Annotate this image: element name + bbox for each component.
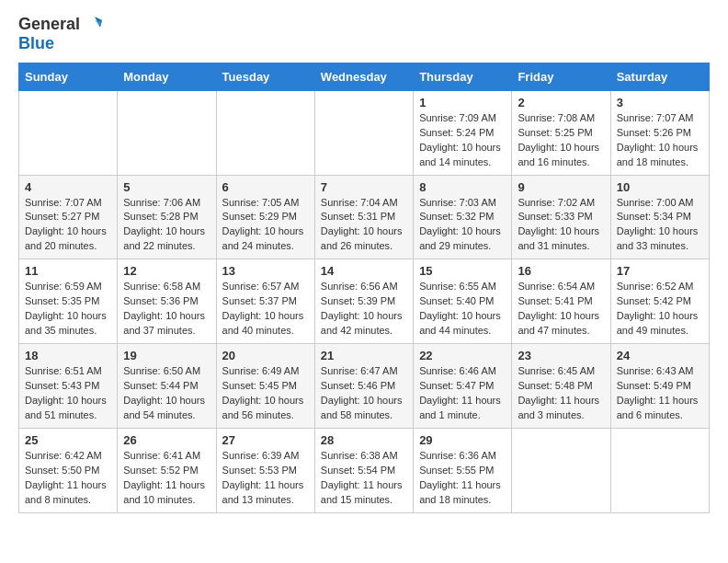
calendar-cell: 9Sunrise: 7:02 AM Sunset: 5:33 PM Daylig… bbox=[512, 175, 610, 259]
day-info: Sunrise: 7:06 AM Sunset: 5:28 PM Dayligh… bbox=[123, 196, 210, 255]
day-info: Sunrise: 6:57 AM Sunset: 5:37 PM Dayligh… bbox=[222, 280, 309, 339]
weekday-header-sunday: Sunday bbox=[19, 63, 118, 90]
day-number: 15 bbox=[419, 264, 506, 278]
calendar-table: SundayMondayTuesdayWednesdayThursdayFrid… bbox=[18, 63, 710, 513]
day-number: 6 bbox=[222, 180, 309, 194]
logo: General Blue bbox=[18, 15, 102, 53]
calendar-cell bbox=[512, 428, 610, 512]
day-info: Sunrise: 7:07 AM Sunset: 5:26 PM Dayligh… bbox=[617, 111, 703, 170]
weekday-header-wednesday: Wednesday bbox=[314, 63, 413, 90]
day-info: Sunrise: 6:52 AM Sunset: 5:42 PM Dayligh… bbox=[617, 280, 703, 339]
day-number: 1 bbox=[419, 96, 506, 109]
calendar-cell: 2Sunrise: 7:08 AM Sunset: 5:25 PM Daylig… bbox=[512, 90, 610, 175]
calendar-cell: 26Sunrise: 6:41 AM Sunset: 5:52 PM Dayli… bbox=[118, 428, 216, 512]
calendar-cell: 22Sunrise: 6:46 AM Sunset: 5:47 PM Dayli… bbox=[414, 344, 512, 429]
day-info: Sunrise: 6:42 AM Sunset: 5:50 PM Dayligh… bbox=[25, 449, 111, 508]
weekday-header-tuesday: Tuesday bbox=[216, 63, 314, 90]
calendar-cell: 14Sunrise: 6:56 AM Sunset: 5:39 PM Dayli… bbox=[314, 259, 413, 344]
day-info: Sunrise: 6:47 AM Sunset: 5:46 PM Dayligh… bbox=[321, 364, 407, 423]
calendar-cell bbox=[118, 90, 216, 175]
calendar-cell: 13Sunrise: 6:57 AM Sunset: 5:37 PM Dayli… bbox=[216, 259, 314, 344]
logo-general: General bbox=[18, 16, 80, 34]
day-info: Sunrise: 7:09 AM Sunset: 5:24 PM Dayligh… bbox=[419, 111, 506, 170]
day-info: Sunrise: 6:46 AM Sunset: 5:47 PM Dayligh… bbox=[419, 364, 506, 423]
calendar-cell: 7Sunrise: 7:04 AM Sunset: 5:31 PM Daylig… bbox=[314, 175, 413, 259]
day-number: 13 bbox=[222, 264, 309, 278]
logo-blue: Blue bbox=[18, 35, 54, 53]
day-number: 29 bbox=[419, 433, 506, 447]
calendar-week-row: 18Sunrise: 6:51 AM Sunset: 5:43 PM Dayli… bbox=[19, 344, 710, 429]
day-number: 3 bbox=[617, 96, 703, 109]
day-number: 23 bbox=[518, 349, 604, 362]
day-info: Sunrise: 6:54 AM Sunset: 5:41 PM Dayligh… bbox=[518, 280, 604, 339]
day-number: 12 bbox=[123, 264, 210, 278]
weekday-header-friday: Friday bbox=[512, 63, 610, 90]
weekday-header-monday: Monday bbox=[118, 63, 216, 90]
calendar-cell: 5Sunrise: 7:06 AM Sunset: 5:28 PM Daylig… bbox=[118, 175, 216, 259]
day-info: Sunrise: 7:05 AM Sunset: 5:29 PM Dayligh… bbox=[222, 196, 309, 255]
calendar-cell: 15Sunrise: 6:55 AM Sunset: 5:40 PM Dayli… bbox=[414, 259, 512, 344]
day-number: 5 bbox=[123, 180, 210, 194]
calendar-cell: 16Sunrise: 6:54 AM Sunset: 5:41 PM Dayli… bbox=[512, 259, 610, 344]
day-info: Sunrise: 6:38 AM Sunset: 5:54 PM Dayligh… bbox=[321, 449, 407, 508]
calendar-cell: 1Sunrise: 7:09 AM Sunset: 5:24 PM Daylig… bbox=[414, 90, 512, 175]
weekday-header-thursday: Thursday bbox=[414, 63, 512, 90]
calendar-week-row: 11Sunrise: 6:59 AM Sunset: 5:35 PM Dayli… bbox=[19, 259, 710, 344]
day-info: Sunrise: 6:50 AM Sunset: 5:44 PM Dayligh… bbox=[123, 364, 210, 423]
calendar-cell: 28Sunrise: 6:38 AM Sunset: 5:54 PM Dayli… bbox=[314, 428, 413, 512]
day-info: Sunrise: 7:04 AM Sunset: 5:31 PM Dayligh… bbox=[321, 196, 407, 255]
calendar-cell: 25Sunrise: 6:42 AM Sunset: 5:50 PM Dayli… bbox=[19, 428, 118, 512]
calendar-cell: 6Sunrise: 7:05 AM Sunset: 5:29 PM Daylig… bbox=[216, 175, 314, 259]
calendar-week-row: 4Sunrise: 7:07 AM Sunset: 5:27 PM Daylig… bbox=[19, 175, 710, 259]
day-info: Sunrise: 6:49 AM Sunset: 5:45 PM Dayligh… bbox=[222, 364, 309, 423]
day-number: 9 bbox=[518, 180, 604, 194]
calendar-cell: 17Sunrise: 6:52 AM Sunset: 5:42 PM Dayli… bbox=[610, 259, 709, 344]
day-number: 7 bbox=[321, 180, 407, 194]
day-info: Sunrise: 6:55 AM Sunset: 5:40 PM Dayligh… bbox=[419, 280, 506, 339]
calendar-cell: 23Sunrise: 6:45 AM Sunset: 5:48 PM Dayli… bbox=[512, 344, 610, 429]
calendar-cell: 20Sunrise: 6:49 AM Sunset: 5:45 PM Dayli… bbox=[216, 344, 314, 429]
calendar-cell: 3Sunrise: 7:07 AM Sunset: 5:26 PM Daylig… bbox=[610, 90, 709, 175]
calendar-cell bbox=[610, 428, 709, 512]
day-number: 16 bbox=[518, 264, 604, 278]
day-info: Sunrise: 6:43 AM Sunset: 5:49 PM Dayligh… bbox=[617, 364, 703, 423]
page-header: General Blue bbox=[18, 15, 710, 53]
day-number: 10 bbox=[617, 180, 703, 194]
day-number: 18 bbox=[25, 349, 111, 362]
calendar-cell: 19Sunrise: 6:50 AM Sunset: 5:44 PM Dayli… bbox=[118, 344, 216, 429]
weekday-header-saturday: Saturday bbox=[610, 63, 709, 90]
day-number: 22 bbox=[419, 349, 506, 362]
calendar-cell bbox=[216, 90, 314, 175]
day-number: 20 bbox=[222, 349, 309, 362]
day-info: Sunrise: 6:45 AM Sunset: 5:48 PM Dayligh… bbox=[518, 364, 604, 423]
calendar-cell: 24Sunrise: 6:43 AM Sunset: 5:49 PM Dayli… bbox=[610, 344, 709, 429]
day-number: 17 bbox=[617, 264, 703, 278]
calendar-week-row: 25Sunrise: 6:42 AM Sunset: 5:50 PM Dayli… bbox=[19, 428, 710, 512]
day-number: 26 bbox=[123, 433, 210, 447]
day-number: 14 bbox=[321, 264, 407, 278]
day-number: 28 bbox=[321, 433, 407, 447]
day-info: Sunrise: 7:07 AM Sunset: 5:27 PM Dayligh… bbox=[25, 196, 111, 255]
day-number: 25 bbox=[25, 433, 111, 447]
day-info: Sunrise: 6:51 AM Sunset: 5:43 PM Dayligh… bbox=[25, 364, 111, 423]
weekday-header-row: SundayMondayTuesdayWednesdayThursdayFrid… bbox=[19, 63, 710, 90]
day-number: 21 bbox=[321, 349, 407, 362]
calendar-cell: 27Sunrise: 6:39 AM Sunset: 5:53 PM Dayli… bbox=[216, 428, 314, 512]
day-number: 27 bbox=[222, 433, 309, 447]
day-info: Sunrise: 7:00 AM Sunset: 5:34 PM Dayligh… bbox=[617, 196, 703, 255]
day-info: Sunrise: 7:03 AM Sunset: 5:32 PM Dayligh… bbox=[419, 196, 506, 255]
calendar-cell bbox=[314, 90, 413, 175]
day-number: 19 bbox=[123, 349, 210, 362]
calendar-cell: 29Sunrise: 6:36 AM Sunset: 5:55 PM Dayli… bbox=[414, 428, 512, 512]
calendar-cell: 18Sunrise: 6:51 AM Sunset: 5:43 PM Dayli… bbox=[19, 344, 118, 429]
day-number: 11 bbox=[25, 264, 111, 278]
calendar-cell: 8Sunrise: 7:03 AM Sunset: 5:32 PM Daylig… bbox=[414, 175, 512, 259]
day-number: 24 bbox=[617, 349, 703, 362]
calendar-cell: 11Sunrise: 6:59 AM Sunset: 5:35 PM Dayli… bbox=[19, 259, 118, 344]
logo-bird-icon bbox=[82, 15, 102, 35]
day-info: Sunrise: 6:58 AM Sunset: 5:36 PM Dayligh… bbox=[123, 280, 210, 339]
day-info: Sunrise: 6:59 AM Sunset: 5:35 PM Dayligh… bbox=[25, 280, 111, 339]
calendar-cell: 10Sunrise: 7:00 AM Sunset: 5:34 PM Dayli… bbox=[610, 175, 709, 259]
day-info: Sunrise: 6:56 AM Sunset: 5:39 PM Dayligh… bbox=[321, 280, 407, 339]
day-info: Sunrise: 6:39 AM Sunset: 5:53 PM Dayligh… bbox=[222, 449, 309, 508]
